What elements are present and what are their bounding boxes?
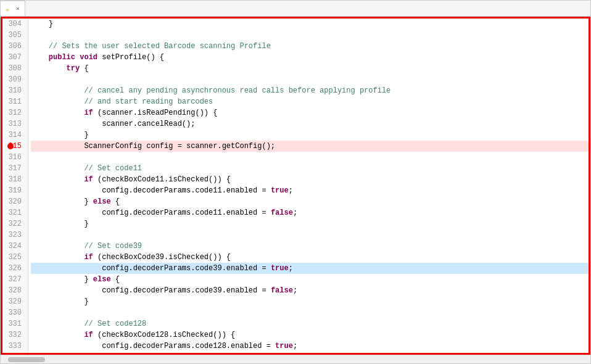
line-number: 323 <box>6 230 24 241</box>
line-number: 326 <box>6 263 24 274</box>
line-numbers: 3043053063073083093103113123133143153163… <box>2 19 28 353</box>
line-number: 322 <box>6 218 24 230</box>
code-line: // Set code11 <box>31 163 589 174</box>
code-line: } <box>31 19 589 30</box>
code-line: try { <box>31 63 589 74</box>
line-number: 317 <box>6 163 24 174</box>
code-line <box>31 74 589 85</box>
code-line: // Set code39 <box>31 241 589 252</box>
line-number: 329 <box>6 296 24 307</box>
code-area: 3043053063073083093103113123133143153163… <box>1 17 590 355</box>
line-number: 313 <box>6 118 24 130</box>
code-line: if (checkBoxCode128.isChecked()) { <box>31 329 589 341</box>
java-file-icon: ☕ <box>6 5 10 13</box>
file-tab[interactable]: ☕ ✕ <box>1 1 25 16</box>
line-number: 319 <box>6 185 24 196</box>
line-number: 321 <box>6 207 24 218</box>
code-line: config.decoderParams.code11.enabled = tr… <box>31 185 589 196</box>
line-number: 314 <box>6 130 24 141</box>
code-line: } <box>31 218 589 230</box>
code-line: } else { <box>31 352 589 353</box>
line-number: 324 <box>6 241 24 252</box>
line-number: 328 <box>6 285 24 296</box>
line-number: 327 <box>6 274 24 285</box>
line-number: 315 <box>6 141 24 152</box>
line-number: 330 <box>6 307 24 318</box>
line-number: 307 <box>6 52 24 63</box>
code-line: if (checkBoxCode39.isChecked()) { <box>31 252 589 263</box>
line-number: 332 <box>6 329 24 341</box>
line-number: 311 <box>6 96 24 107</box>
code-line: } else { <box>31 196 589 207</box>
code-line: // Set code128 <box>31 318 589 329</box>
horizontal-scroll-thumb[interactable] <box>8 357 45 362</box>
bottom-scrollbar[interactable] <box>1 355 590 363</box>
tab-close-button[interactable]: ✕ <box>16 5 20 12</box>
line-number: 310 <box>6 85 24 96</box>
code-line: if (scanner.isReadPending()) { <box>31 107 589 118</box>
code-container: 3043053063073083093103113123133143153163… <box>1 17 590 355</box>
code-line <box>31 307 589 318</box>
code-line <box>31 230 589 241</box>
code-line: config.decoderParams.code39.enabled = fa… <box>31 285 589 296</box>
code-content[interactable]: } // Sets the user selected Barcode scan… <box>28 19 589 353</box>
line-number: 312 <box>6 107 24 118</box>
code-line: config.decoderParams.code39.enabled = tr… <box>31 263 589 274</box>
code-line: public void setProfile() { <box>31 52 589 63</box>
code-line: scanner.cancelRead(); <box>31 118 589 130</box>
line-number: 334 <box>6 352 24 353</box>
code-line: } <box>31 130 589 141</box>
code-line: } <box>31 296 589 307</box>
code-line: ScannerConfig config = scanner.getConfig… <box>31 141 589 152</box>
line-number: 308 <box>6 63 24 74</box>
code-line: config.decoderParams.code128.enabled = t… <box>31 341 589 352</box>
line-number: 325 <box>6 252 24 263</box>
code-line: // cancel any pending asynchronous read … <box>31 85 589 96</box>
line-number: 305 <box>6 30 24 41</box>
code-line: // Sets the user selected Barcode scanni… <box>31 41 589 52</box>
code-line: config.decoderParams.code11.enabled = fa… <box>31 207 589 218</box>
line-number: 304 <box>6 19 24 30</box>
code-line <box>31 30 589 41</box>
code-line: if (checkBoxCode11.isChecked()) { <box>31 174 589 185</box>
code-line: } else { <box>31 274 589 285</box>
code-line: // and start reading barcodes <box>31 96 589 107</box>
line-number: 309 <box>6 74 24 85</box>
line-number: 333 <box>6 341 24 352</box>
line-number: 306 <box>6 41 24 52</box>
breakpoint-dot <box>7 143 14 149</box>
line-number: 318 <box>6 174 24 185</box>
line-number: 320 <box>6 196 24 207</box>
line-number: 331 <box>6 318 24 329</box>
code-line <box>31 152 589 163</box>
tab-bar: ☕ ✕ <box>1 1 590 17</box>
line-number: 316 <box>6 152 24 163</box>
editor-window: ☕ ✕ 304305306307308309310311312313314315… <box>0 0 591 364</box>
